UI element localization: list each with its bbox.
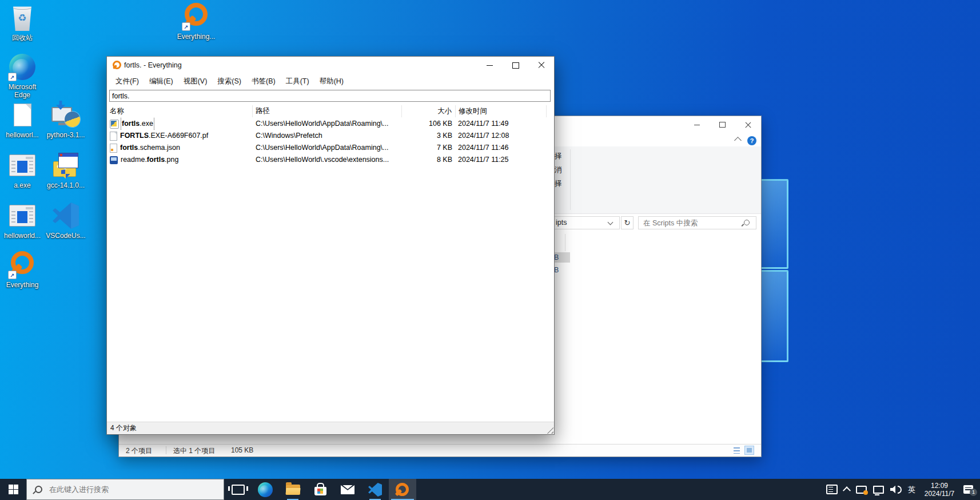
desktop-icon-python-installer[interactable]: python-3.1... [43, 101, 88, 139]
task-view-button[interactable] [224, 479, 252, 500]
shortcut-arrow-icon: ↗ [8, 271, 17, 279]
notification-badge: 1 [970, 489, 977, 496]
explorer-close-button[interactable] [735, 116, 761, 133]
taskbar-edge-button[interactable] [252, 479, 279, 500]
address-dropdown-icon[interactable] [608, 220, 614, 225]
menu-bookmarks[interactable]: 书签(B) [246, 75, 281, 88]
desktop-icon-label: a.exe [0, 181, 45, 189]
resize-grip[interactable] [546, 426, 553, 434]
everything-title-bar[interactable]: fortls. - Everything [107, 57, 554, 74]
maximize-button[interactable] [503, 57, 528, 74]
file-name: fortls.schema.json [120, 142, 180, 154]
object-count: 4 个对象 [110, 424, 137, 432]
vscode-icon [53, 203, 79, 229]
desktop-icon-label: Everything [0, 281, 45, 289]
ime-indicator[interactable]: 英 [908, 485, 915, 495]
column-header-modified[interactable]: 修改时间 [456, 105, 547, 117]
taskbar-search-input[interactable] [48, 485, 210, 494]
minimize-icon [694, 125, 700, 125]
taskbar-everything-button[interactable] [389, 479, 416, 500]
microsoft-store-icon [314, 487, 326, 495]
taskbar-mail-button[interactable] [334, 479, 361, 500]
close-icon [745, 122, 751, 128]
file-explorer-icon [286, 485, 300, 495]
help-icon[interactable]: ? [747, 136, 756, 145]
desktop-icon-label: gcc-14.1.0... [43, 181, 88, 189]
status-divider [166, 446, 166, 454]
desktop: 回收站 ↗ Microsoft Edge helloworl... python… [0, 0, 980, 500]
prefetch-file-icon [110, 132, 117, 141]
ribbon-button-fragment[interactable]: 消 [555, 165, 577, 175]
minimize-icon [487, 65, 493, 66]
result-row[interactable]: readme.fortls.png C:\Users\HelloWorld\.v… [107, 154, 554, 166]
clock[interactable]: 12:09 2024/11/7 [922, 482, 957, 498]
ribbon-button-fragment[interactable]: 择 [555, 179, 577, 189]
desktop-icon-edge[interactable]: ↗ Microsoft Edge [0, 53, 45, 99]
volume-icon[interactable] [890, 486, 902, 494]
file-path: C:\Users\HelloWorld\AppData\Roaming\... [256, 118, 401, 130]
display-sync-icon[interactable] [856, 486, 867, 494]
file-modified: 2024/11/7 11:49 [458, 118, 547, 130]
desktop-icon-gcc-installer[interactable]: gcc-14.1.0... [43, 151, 88, 189]
ribbon-separator [570, 149, 571, 210]
desktop-icon-everything[interactable]: ↗ Everything [0, 251, 45, 289]
everything-window-icon [113, 61, 122, 70]
menu-help[interactable]: 帮助(H) [314, 75, 349, 88]
everything-search-input[interactable] [109, 90, 551, 102]
result-row[interactable]: FORTLS.EXE-A669F607.pf C:\Windows\Prefet… [107, 130, 554, 142]
refresh-button[interactable]: ↻ [621, 216, 634, 229]
maximize-icon [512, 62, 519, 69]
app-window-icon [9, 154, 35, 176]
taskbar-search-box[interactable] [26, 479, 224, 500]
action-center-icon[interactable]: 1 [963, 485, 973, 494]
menu-search[interactable]: 搜索(S) [212, 75, 246, 88]
news-icon[interactable] [826, 485, 838, 494]
explorer-search-input[interactable] [638, 216, 756, 229]
menu-view[interactable]: 视图(V) [178, 75, 213, 88]
exe-file-icon [110, 120, 119, 129]
ribbon-collapse-icon[interactable] [734, 137, 742, 144]
shortcut-arrow-icon: ↗ [8, 73, 17, 81]
close-button[interactable] [528, 57, 554, 74]
desktop-icon-label: Microsoft Edge [0, 83, 45, 99]
menu-tools[interactable]: 工具(T) [281, 75, 314, 88]
result-row[interactable]: fortls.exe C:\Users\HelloWorld\AppData\R… [107, 118, 554, 130]
network-icon[interactable] [873, 486, 884, 494]
desktop-icon-everything-shortcut[interactable]: ↗ Everything... [174, 2, 218, 41]
column-header-size[interactable]: 大小 [402, 105, 456, 117]
result-row[interactable]: fortls.schema.json C:\Users\HelloWorld\A… [107, 142, 554, 154]
desktop-icon-label: 回收站 [0, 34, 45, 42]
menu-file[interactable]: 文件(F) [110, 75, 144, 88]
explorer-maximize-button[interactable] [710, 116, 735, 133]
column-separator [565, 234, 565, 251]
date: 2024/11/7 [922, 490, 957, 498]
column-header-path[interactable]: 路径 [253, 105, 402, 117]
thumbnail-view-button[interactable] [744, 446, 754, 455]
ribbon-button-fragment[interactable]: 择 [555, 152, 577, 161]
file-path: C:\Users\HelloWorld\.vscode\extensions..… [256, 154, 401, 166]
taskbar-vscode-button[interactable] [361, 479, 389, 500]
time: 12:09 [922, 482, 957, 490]
minimize-button[interactable] [477, 57, 503, 74]
maximize-icon [719, 122, 726, 128]
search-icon[interactable] [744, 220, 750, 225]
column-header-name[interactable]: 名称 [107, 105, 253, 117]
app-window-icon [9, 205, 35, 227]
hidden-icons-chevron-icon[interactable] [843, 486, 851, 494]
menu-edit[interactable]: 编辑(E) [144, 75, 178, 88]
start-button[interactable] [0, 479, 26, 500]
desktop-icon-recycle-bin[interactable]: 回收站 [0, 3, 45, 42]
desktop-icon-helloworl-doc[interactable]: helloworl... [0, 101, 45, 139]
details-view-button[interactable] [732, 446, 742, 455]
taskbar-store-button[interactable] [306, 479, 334, 500]
item-count: 2 个项目 [126, 446, 152, 456]
explorer-minimize-button[interactable] [684, 116, 710, 133]
desktop-icon-helloworld-exe[interactable]: helloworld... [0, 201, 45, 240]
file-modified: 2024/11/7 12:08 [458, 130, 547, 142]
desktop-icon-a-exe[interactable]: a.exe [0, 151, 45, 189]
vscode-icon [368, 483, 382, 497]
search-icon [35, 486, 42, 493]
taskbar-explorer-button[interactable] [279, 479, 306, 500]
desktop-icon-vscode[interactable]: VSCodeUs... [43, 201, 88, 240]
result-list: fortls.exe C:\Users\HelloWorld\AppData\R… [107, 118, 554, 421]
